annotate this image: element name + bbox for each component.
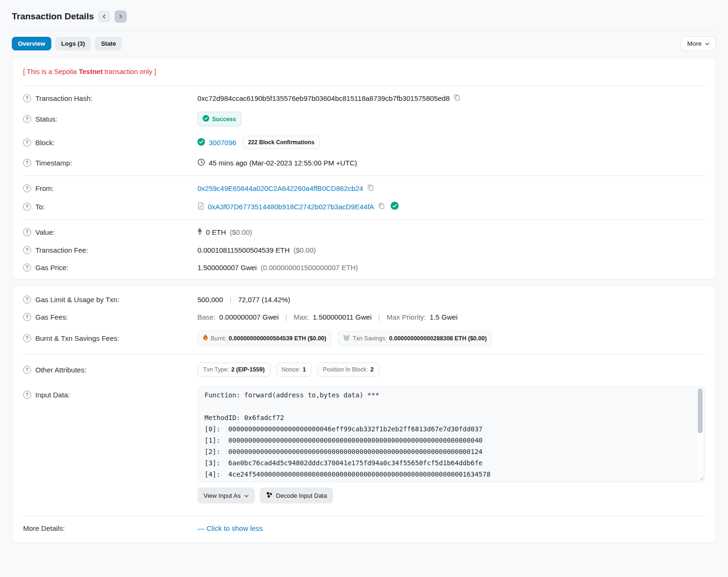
chevron-down-icon: [705, 40, 710, 47]
input-data-content: Function: forward(address to,bytes data)…: [204, 389, 688, 482]
copy-icon: [453, 94, 460, 102]
decode-input-data-button[interactable]: Decode Input Data: [260, 487, 333, 503]
details-card: ? Gas Limit & Usage by Txn: 500,000 | 72…: [12, 286, 716, 543]
transaction-details-page: Transaction Details Overview Logs (3) St…: [0, 0, 728, 543]
divider: [23, 85, 705, 86]
header-divider: [12, 30, 716, 30]
gas-fees-label: Gas Fees:: [35, 313, 68, 321]
gas-price-label: Gas Price:: [35, 264, 68, 272]
chevron-down-icon: [244, 492, 249, 499]
from-address-link[interactable]: 0x259c49E65644a020C2A642260a4ffB0CD862cb…: [197, 184, 363, 192]
more-dropdown-button[interactable]: More: [680, 36, 716, 51]
gas-limit-row: ? Gas Limit & Usage by Txn: 500,000 | 72…: [23, 289, 705, 308]
other-attributes-row: ? Other Attributes: Txn Type: 2 (EIP-155…: [23, 358, 705, 381]
timestamp-value: 45 mins ago (Mar-02-2023 12:55:00 PM +UT…: [209, 159, 357, 167]
burnt-badge: Burnt: 0.000000000000504539 ETH ($0.00): [197, 330, 331, 346]
check-circle-icon: [203, 115, 209, 123]
value-amount: 0 ETH: [206, 228, 226, 236]
position-in-block-badge: Position In Block: 2: [317, 363, 379, 377]
timestamp-row: ? Timestamp: 45 mins ago (Mar-02-2023 12…: [23, 154, 705, 172]
divider: [23, 516, 705, 516]
input-data-label: Input Data:: [35, 391, 70, 399]
help-icon[interactable]: ?: [23, 115, 31, 123]
chevron-left-icon: [102, 13, 106, 20]
transaction-hash-label: Transaction Hash:: [35, 94, 92, 102]
tab-overview[interactable]: Overview: [12, 37, 51, 50]
more-label: More: [687, 40, 702, 47]
nonce-badge: Nonce: 1: [276, 363, 312, 377]
transaction-fee-usd: ($0.00): [294, 246, 316, 254]
testnet-warning: [ This is a Sepolia Testnet transaction …: [23, 61, 705, 82]
view-input-as-label: View Input As: [204, 492, 241, 499]
help-icon[interactable]: ?: [23, 334, 31, 342]
block-label: Block:: [35, 139, 55, 147]
decode-input-data-label: Decode Input Data: [276, 492, 327, 499]
burnt-fees-row: ? Burnt & Txn Savings Fees: Burnt: 0.000…: [23, 326, 705, 351]
input-data-textarea[interactable]: Function: forward(address to,bytes data)…: [197, 386, 705, 482]
previous-transaction-button[interactable]: [98, 10, 110, 23]
txn-type-value: 2 (EIP-1559): [231, 366, 265, 373]
next-transaction-button[interactable]: [115, 10, 127, 23]
show-less-link[interactable]: — Click to show less: [197, 524, 262, 532]
status-label: Status:: [35, 115, 57, 123]
block-row: ? Block: 3007096 222 Block Confirmations: [23, 131, 705, 154]
view-input-as-button[interactable]: View Input As: [197, 487, 255, 503]
more-details-label: More Details:: [23, 524, 65, 532]
base-fee-label: Base:: [197, 313, 215, 321]
help-icon[interactable]: ?: [23, 203, 31, 211]
clock-icon: [197, 158, 205, 167]
gas-price-row: ? Gas Price: 1.500000007 Gwei (0.0000000…: [23, 259, 705, 276]
tab-logs[interactable]: Logs (3): [55, 37, 91, 50]
gas-fees-row: ? Gas Fees: Base: 0.000000007 Gwei | Max…: [23, 308, 705, 326]
page-header: Transaction Details: [12, 7, 716, 30]
timestamp-label: Timestamp:: [35, 159, 72, 167]
status-row: ? Status: Success: [23, 107, 705, 131]
base-fee-value: 0.000000007 Gwei: [219, 313, 278, 321]
chevron-right-icon: [118, 13, 123, 20]
verified-check-circle-icon: [391, 202, 399, 211]
max-priority-fee-value: 1.5 Gwei: [430, 313, 458, 321]
money-with-wings-icon: [343, 335, 350, 342]
overview-card: [ This is a Sepolia Testnet transaction …: [12, 58, 716, 280]
txn-type-badge: Txn Type: 2 (EIP-1559): [197, 363, 270, 377]
to-address-link[interactable]: 0xA3f07D6773514480b918C2742b027b3acD9E44…: [208, 203, 374, 211]
from-row: ? From: 0x259c49E65644a020C2A642260a4ffB…: [23, 179, 705, 197]
help-icon[interactable]: ?: [23, 264, 31, 272]
from-label: From:: [35, 184, 54, 192]
help-icon[interactable]: ?: [23, 139, 31, 147]
copy-hash-button[interactable]: [453, 94, 460, 102]
tab-state[interactable]: State: [95, 37, 122, 50]
help-icon[interactable]: ?: [23, 184, 31, 192]
help-icon[interactable]: ?: [23, 313, 31, 321]
gas-limit-label: Gas Limit & Usage by Txn:: [35, 296, 119, 304]
transaction-hash-row: ? Transaction Hash: 0xc72d984ccac6190b5f…: [23, 89, 705, 107]
more-details-row: More Details: — Click to show less: [23, 519, 705, 540]
burnt-label: Burnt:: [211, 335, 226, 342]
help-icon[interactable]: ?: [23, 366, 31, 374]
value-label: Value:: [35, 228, 55, 236]
block-number-link[interactable]: 3007096: [209, 139, 236, 147]
gas-price-amount: 1.500000007 Gwei: [197, 264, 257, 272]
help-icon[interactable]: ?: [23, 391, 31, 399]
to-row: ? To: 0xA3f07D6773514480b918C2742b027b3a…: [23, 197, 705, 216]
help-icon[interactable]: ?: [23, 246, 31, 254]
pipe-separator: |: [227, 296, 234, 304]
copy-to-address-button[interactable]: [378, 202, 385, 211]
transaction-hash-value: 0xc72d984ccac6190b5f135576eb97b03604bc81…: [197, 94, 450, 102]
max-fee-label: Max:: [294, 313, 309, 321]
help-icon[interactable]: ?: [23, 159, 31, 167]
help-icon[interactable]: ?: [23, 228, 31, 236]
copy-icon: [367, 184, 374, 192]
input-scrollbar-track[interactable]: [697, 387, 703, 481]
txn-savings-value: 0.000000000000288308 ETH ($0.00): [389, 335, 487, 342]
pipe-separator: |: [376, 313, 383, 321]
contract-file-icon: [197, 202, 204, 211]
gas-limit-value: 500,000: [197, 296, 223, 304]
resize-grip-icon[interactable]: [699, 477, 703, 481]
copy-from-address-button[interactable]: [367, 184, 374, 192]
help-icon[interactable]: ?: [23, 94, 31, 102]
input-scrollbar-thumb[interactable]: [698, 388, 703, 433]
pipe-separator: |: [282, 313, 290, 321]
help-icon[interactable]: ?: [23, 296, 31, 304]
copy-icon: [378, 202, 385, 211]
